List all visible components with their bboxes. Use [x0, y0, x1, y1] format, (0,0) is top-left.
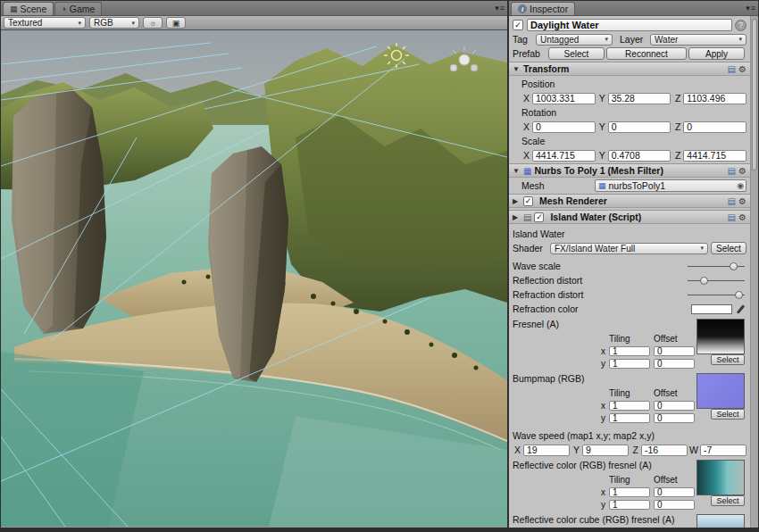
check-icon: ✓	[536, 212, 543, 221]
offset-x-field[interactable]: 0	[654, 487, 695, 497]
foldout-closed-icon[interactable]: ▶	[513, 213, 521, 221]
texture-select-button[interactable]: Select	[711, 354, 745, 365]
position-x-field[interactable]: 1003.331	[532, 93, 596, 104]
doc-icon[interactable]: ▤	[728, 166, 736, 176]
menu-arrow-icon: ▾	[746, 4, 750, 12]
refraction-color-label: Refraction color	[513, 303, 579, 314]
rotation-x-field[interactable]: 0	[532, 121, 596, 133]
tiling-x-field[interactable]: 1	[609, 401, 650, 411]
slider-thumb[interactable]	[700, 277, 708, 285]
slider-thumb[interactable]	[730, 262, 738, 270]
mesh-renderer-header[interactable]: ▶ ✓ Mesh Renderer ▤ ⚙	[509, 194, 750, 208]
scale-z-field[interactable]: 4414.715	[683, 150, 746, 162]
scene-lighting-toggle[interactable]: ☼	[143, 17, 163, 29]
inspector-panel-menu-icon[interactable]: ▾≡	[746, 4, 755, 12]
gear-icon[interactable]: ⚙	[738, 166, 746, 176]
layer-dropdown[interactable]: Water ▾	[650, 34, 746, 46]
reflective-texture-preview[interactable]: Select	[696, 460, 745, 506]
offset-header: Offset	[654, 388, 695, 398]
island-water-script-header[interactable]: ▶ ▤ ✓ Island Water (Script) ▤ ⚙	[509, 210, 750, 224]
foldout-open-icon[interactable]: ▼	[513, 65, 521, 73]
tiling-x-field[interactable]: 1	[609, 346, 650, 356]
axis-y-label: Y	[597, 121, 606, 132]
offset-y-field[interactable]: 0	[654, 500, 695, 510]
active-checkbox[interactable]: ✓	[513, 20, 523, 30]
prefab-select-button[interactable]: Select	[548, 47, 605, 60]
wave-speed-z-field[interactable]: -16	[641, 445, 688, 456]
prefab-apply-button[interactable]: Apply	[688, 47, 745, 60]
foldout-closed-icon[interactable]: ▶	[513, 197, 521, 205]
tiling-y-field[interactable]: 1	[609, 359, 650, 369]
scene-panel-menu-icon[interactable]: ▾≡	[495, 4, 505, 12]
prefab-reconnect-button[interactable]: Reconnect	[606, 47, 687, 60]
mesh-renderer-checkbox[interactable]: ✓	[523, 196, 533, 206]
wave-speed-y-field[interactable]: 9	[582, 445, 629, 456]
object-name-field[interactable]: Daylight Water	[527, 19, 732, 31]
scene-toolbar: Textured ▾ RGB ▾ ☼ ▣	[1, 16, 507, 30]
wave-scale-slider[interactable]	[688, 261, 745, 272]
help-icon[interactable]: ?	[735, 20, 746, 31]
rotation-fields: X0 Y0 Z0	[513, 121, 746, 133]
wave-speed-x-field[interactable]: 19	[523, 445, 570, 456]
shader-dropdown[interactable]: FX/Island Water Full ▾	[550, 243, 708, 254]
tag-dropdown[interactable]: Untagged ▾	[536, 34, 613, 46]
script-checkbox[interactable]: ✓	[534, 212, 544, 222]
offset-header: Offset	[654, 475, 695, 485]
tiling-y-field[interactable]: 1	[609, 413, 650, 423]
gear-icon[interactable]: ⚙	[738, 64, 746, 74]
axis-z-label: Z	[672, 150, 681, 161]
texture-select-button[interactable]: Select	[711, 409, 745, 420]
tiling-x-field[interactable]: 1	[609, 487, 650, 497]
offset-y-field[interactable]: 0	[654, 413, 695, 423]
foldout-open-icon[interactable]: ▼	[513, 167, 521, 175]
rotation-z-field[interactable]: 0	[683, 121, 746, 133]
draw-mode-dropdown[interactable]: Textured ▾	[4, 17, 86, 29]
mesh-object-field[interactable]: ▦ nurbsToPoly1 ◉	[595, 179, 746, 192]
axis-x-label: X	[513, 445, 521, 455]
gear-icon[interactable]: ⚙	[738, 196, 746, 206]
refraction-color-swatch[interactable]	[691, 304, 732, 314]
offset-y-field[interactable]: 0	[654, 359, 695, 369]
reflective-cube-preview[interactable]	[696, 514, 745, 528]
scale-y-field[interactable]: 0.4708	[608, 150, 671, 162]
slider-thumb[interactable]	[735, 291, 743, 299]
scene-fx-toggle[interactable]: ▣	[166, 17, 186, 29]
doc-icon[interactable]: ▤	[728, 212, 736, 222]
tab-scene[interactable]: ▦ Scene	[3, 2, 54, 15]
tiling-y-field[interactable]: 1	[609, 500, 650, 510]
shader-select-button[interactable]: Select	[711, 242, 746, 254]
reflection-distort-slider[interactable]	[688, 275, 745, 287]
offset-x-field[interactable]: 0	[654, 346, 695, 356]
scale-x-field[interactable]: 4414.715	[532, 150, 596, 162]
transform-header[interactable]: ▼ Transform ▤ ⚙	[509, 62, 750, 76]
doc-icon[interactable]: ▤	[728, 64, 736, 74]
mesh-filter-header[interactable]: ▼ ▦ Nurbs To Poly 1 (Mesh Filter) ▤ ⚙	[509, 163, 750, 178]
tab-inspector[interactable]: i Inspector	[511, 2, 575, 15]
texture-select-button[interactable]: Select	[711, 495, 745, 506]
shader-row: Shader FX/Island Water Full ▾ Select	[513, 242, 746, 254]
doc-icon[interactable]: ▤	[728, 196, 736, 206]
rotation-y-field[interactable]: 0	[608, 121, 671, 133]
object-picker-icon[interactable]: ◉	[737, 181, 744, 190]
eyedropper-icon[interactable]	[736, 303, 746, 315]
gear-icon[interactable]: ⚙	[738, 212, 746, 222]
inspector-scrollbar[interactable]	[750, 16, 758, 528]
tab-game[interactable]: ◗ Game	[54, 2, 102, 15]
refraction-distort-slider[interactable]	[688, 289, 745, 301]
offset-x-field[interactable]: 0	[654, 401, 695, 411]
position-y-field[interactable]: 35.28	[608, 93, 671, 104]
fresnel-thumbnail	[696, 319, 745, 354]
scene-viewport[interactable]	[1, 30, 507, 527]
game-icon: ◗	[62, 4, 66, 13]
unity-editor-window: ▦ Scene ◗ Game ▾≡ Textured ▾ RGB ▾ ☼	[0, 0, 759, 532]
row-x-label: x	[598, 346, 605, 356]
render-mode-dropdown[interactable]: RGB ▾	[89, 17, 139, 29]
wave-speed-w-field[interactable]: -7	[700, 445, 746, 456]
scrollbar-thumb[interactable]	[752, 19, 757, 170]
position-z-field[interactable]: 1103.496	[683, 93, 746, 104]
prefab-label: Prefab	[513, 48, 548, 59]
reflective-thumbnail	[696, 460, 745, 495]
material-name: Island Water	[513, 229, 565, 239]
bumpmap-texture-preview[interactable]: Select	[696, 373, 745, 420]
fresnel-texture-preview[interactable]: Select	[696, 319, 745, 365]
